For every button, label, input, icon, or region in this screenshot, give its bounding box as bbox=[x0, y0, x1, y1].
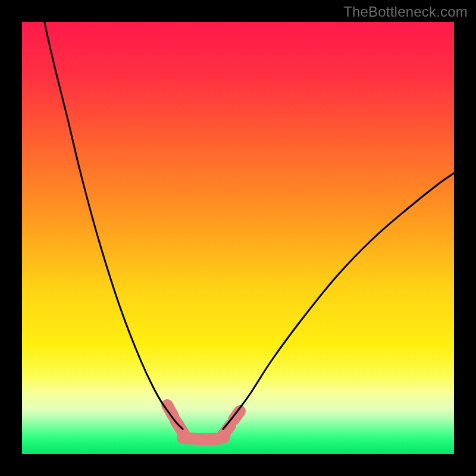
chart-frame: TheBottleneck.com bbox=[0, 0, 476, 476]
watermark-text: TheBottleneck.com bbox=[343, 4, 468, 20]
plot-area bbox=[22, 22, 454, 454]
chart-lines bbox=[22, 22, 454, 454]
curve-right-curve bbox=[223, 173, 454, 429]
curve-left-curve bbox=[42, 22, 183, 429]
